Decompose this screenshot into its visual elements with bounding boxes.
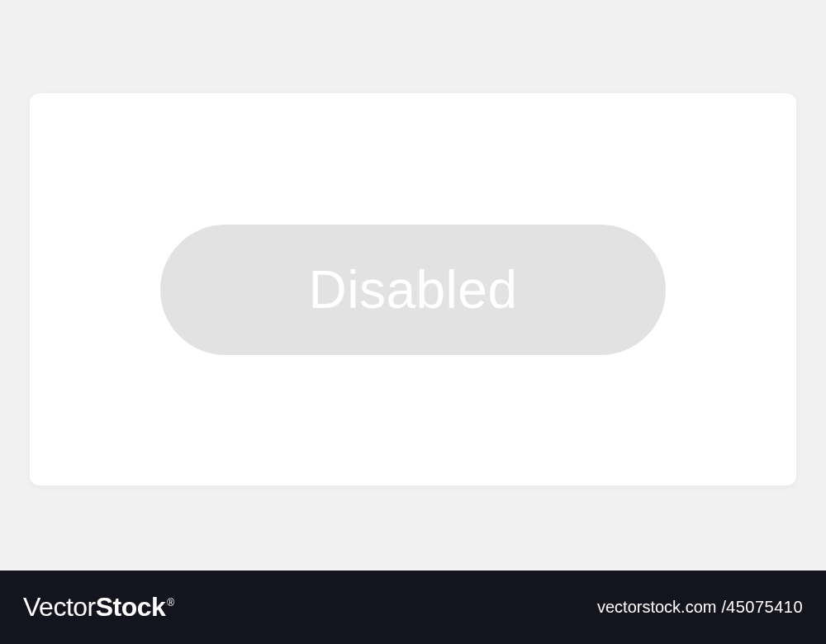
brand-suffix: Stock bbox=[96, 592, 166, 623]
disabled-button-label: Disabled bbox=[308, 259, 517, 320]
stock-domain: vectorstock.com bbox=[597, 598, 716, 617]
preview-card: Disabled bbox=[30, 93, 796, 485]
disabled-button: Disabled bbox=[160, 225, 666, 355]
brand-prefix: Vector bbox=[23, 592, 96, 623]
stock-id: 45075410 bbox=[726, 598, 803, 617]
stock-attribution: vectorstock.com/45075410 bbox=[597, 598, 803, 617]
brand-registered-mark: ® bbox=[167, 597, 174, 608]
brand-logo: VectorStock® bbox=[23, 592, 174, 623]
footer-bar: VectorStock® vectorstock.com/45075410 bbox=[0, 571, 826, 644]
